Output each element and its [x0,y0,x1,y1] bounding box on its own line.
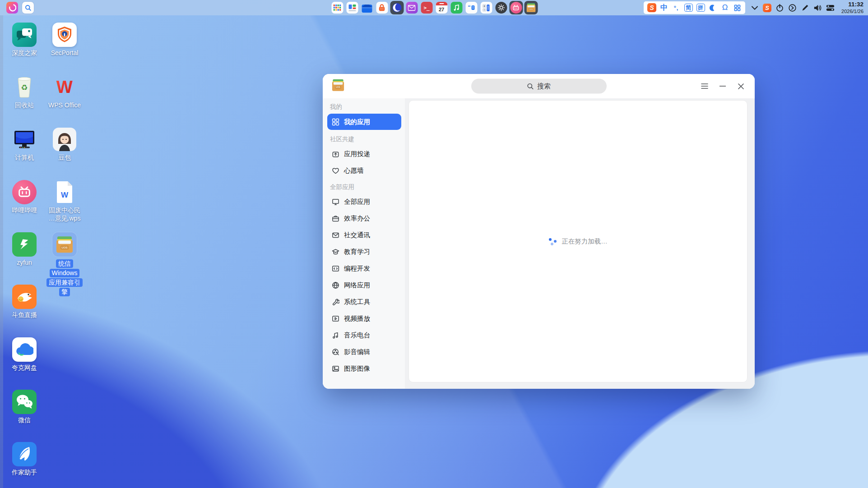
dock-calendar-icon[interactable]: 27 [435,1,448,14]
window-menu-button[interactable] [698,79,711,93]
desktop-icon-uos-engine[interactable]: UOS 统信Windows应用兼容引擎 [45,232,84,297]
desktop-icon-wps-doc[interactable]: W 固废中心民…意见.wps [45,180,84,222]
desktop-icon-bilibili[interactable]: 哔哩哔哩 [5,180,44,215]
desktop-icon-label: 夸克网盘 [12,364,37,372]
desktop-icon-douyu[interactable]: 斗鱼直播 [5,285,44,319]
sidebar-item-education[interactable]: 教育学习 [330,245,399,259]
dock-file-manager-icon[interactable] [360,1,374,14]
doubao-icon [52,127,77,152]
deepin-home-icon [12,23,37,47]
im-symbols-icon[interactable]: Ω [719,2,730,13]
clock-date: 2026/1/26 [841,9,863,14]
wechat-icon [12,390,37,414]
desktop-icon-zyfun[interactable]: zyfun [5,232,44,267]
sogou-im-icon[interactable]: S [646,2,657,13]
im-punct-icon[interactable]: °, [671,2,682,13]
sidebar-item-all-apps[interactable]: 全部应用 [330,195,399,209]
sidebar-item-office[interactable]: 效率办公 [330,212,399,226]
desktop-icon-label: 豆包 [58,154,71,162]
sidebar-item-label: 影音编辑 [344,348,370,356]
search-icon[interactable] [22,2,34,14]
desktop-icon-label: 斗鱼直播 [12,311,37,319]
zyfun-icon [12,232,37,257]
desktop-icon-label: zyfun [17,259,32,267]
volume-icon[interactable] [813,3,822,13]
taskbar-left [6,2,34,14]
im-grid-icon[interactable] [732,2,743,13]
sidebar-item-label: 教育学习 [344,248,370,256]
dock-browser-icon[interactable] [390,1,404,14]
sidebar-item-label: 编程开发 [344,264,370,273]
sidebar-item-my-apps[interactable]: 我的应用 [327,114,401,130]
input-method-panel: S中°,简拼Ω [644,1,745,14]
desktop-icon-doubao[interactable]: 豆包 [45,127,84,162]
dock-text-editor-icon[interactable]: “ [464,1,478,14]
store-search-input[interactable]: 搜索 [471,79,607,94]
im-zh-icon[interactable]: 中 [659,2,669,13]
svg-text:UOS: UOS [529,9,533,10]
desktop-icon-deepin-home[interactable]: 深度之家 [5,23,44,57]
app-store-window: UOS 搜索 我的我的应用社区共建应用投递心愿墙全部应用全部应用效率办公社交通讯… [323,74,755,389]
system-tray: S [750,3,835,13]
im-pinyin-icon[interactable]: 拼 [695,2,706,13]
desktop-icon-wps-office[interactable]: W WPS Office [45,75,84,110]
dock-bilibili-dock-icon[interactable] [509,1,523,14]
im-moon-icon[interactable] [707,2,718,13]
clock[interactable]: 11:32 2026/1/26 [841,1,863,14]
loading-spinner-icon [548,237,557,245]
sogou-tray-icon[interactable]: S [762,3,772,13]
dock: >_ 27 “ UOS [330,0,538,15]
dock-terminal-icon[interactable]: >_ [420,1,433,14]
dock-music-icon[interactable] [450,1,463,14]
desktop-icon-label: SecPortal [51,49,79,57]
sidebar-item-label: 系统工具 [344,298,370,306]
dock-app-store-bag-icon[interactable] [375,1,389,14]
power-icon[interactable] [775,3,784,13]
desktop-icon-label: 微信 [18,416,31,424]
dock-launcher-grid-icon[interactable] [330,1,344,14]
sidebar-item-graphics[interactable]: 图形图像 [330,362,399,376]
svg-text:UOS: UOS [336,86,340,88]
chevron-down-icon[interactable] [750,3,759,13]
sidebar-item-av-edit[interactable]: 影音编辑 [330,345,399,359]
desktop-icon-label: 计算机 [15,154,34,162]
sidebar-item-label: 图形图像 [344,364,370,373]
desktop-icon-writer[interactable]: 作家助手 [5,442,44,477]
desktop-icon-label: 哔哩哔哩 [12,207,37,215]
app-store-body: 我的我的应用社区共建应用投递心愿墙全部应用全部应用效率办公社交通讯教育学习编程开… [323,98,755,389]
switches-icon[interactable] [826,3,835,13]
pen-icon[interactable] [800,3,810,13]
uos-engine-icon: UOS [52,232,77,257]
sidebar-item-label: 应用投递 [344,150,370,158]
desktop-icon-trash[interactable]: ♻ 回收站 [5,75,44,110]
store-search-placeholder: 搜索 [537,82,551,91]
desktop-icon-computer[interactable]: 计算机 [5,127,44,162]
dock-control-center-icon[interactable] [345,1,359,14]
sidebar-item-network[interactable]: 网络应用 [330,278,399,292]
desktop-icon-secportal[interactable]: SecPortal [45,23,84,57]
sidebar-item-dev[interactable]: 编程开发 [330,262,399,276]
sidebar-item-system-tools[interactable]: 系统工具 [330,295,399,309]
sidebar-item-label: 视频播放 [344,314,370,323]
dock-mail-icon[interactable] [405,1,418,14]
dock-uos-store-icon[interactable]: UOS [524,1,538,14]
sidebar-item-label: 我的应用 [344,118,370,126]
desktop-icon-label: 深度之家 [12,49,37,57]
taskbar-right: S中°,简拼Ω S 11:32 2026/1/26 [644,1,863,14]
resume-icon[interactable] [788,3,797,13]
dock-calculator-icon[interactable] [479,1,493,14]
app-store-titlebar[interactable]: UOS 搜索 [323,74,755,98]
im-simplified-icon[interactable]: 简 [683,2,694,13]
window-close-button[interactable] [734,79,747,93]
dock-settings-icon[interactable] [494,1,508,14]
sidebar-item-music-radio[interactable]: 音乐电台 [330,328,399,342]
sidebar-item-social[interactable]: 社交通讯 [330,228,399,242]
sidebar-item-wish-wall[interactable]: 心愿墙 [330,164,399,178]
window-minimize-button[interactable] [716,79,729,93]
sidebar-item-video[interactable]: 视频播放 [330,312,399,326]
sidebar-item-app-submit[interactable]: 应用投递 [330,147,399,161]
desktop-icon-label: WPS Office [48,101,81,110]
launcher-icon[interactable] [6,2,18,14]
desktop-icon-quark[interactable]: 夸克网盘 [5,337,44,372]
desktop-icon-wechat[interactable]: 微信 [5,390,44,424]
